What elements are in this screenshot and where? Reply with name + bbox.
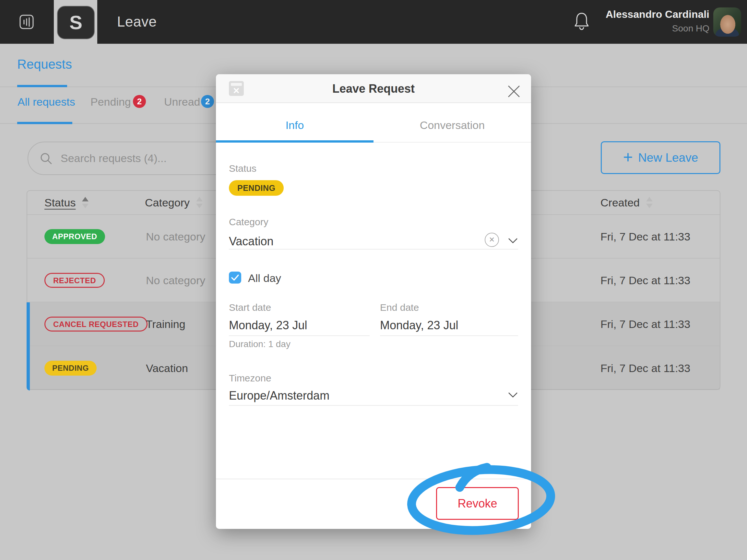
row-category: Vacation xyxy=(146,362,188,374)
status-badge: REJECTED xyxy=(45,273,105,288)
field-underline xyxy=(380,336,518,336)
magnifier-icon xyxy=(40,152,52,165)
plus-icon: + xyxy=(623,149,633,166)
row-category: No category xyxy=(146,230,205,243)
row-created: Fri, 7 Dec at 11:33 xyxy=(600,230,690,243)
tab-unread[interactable]: Unread xyxy=(164,96,200,108)
column-header-created[interactable]: Created xyxy=(600,196,653,209)
placeholder-image-icon: ✕ xyxy=(229,81,244,96)
status-badge: CANCEL REQUESTED xyxy=(45,317,148,331)
menu-bars-icon[interactable] xyxy=(20,15,34,29)
row-created: Fri, 7 Dec at 11:33 xyxy=(600,274,690,287)
avatar[interactable] xyxy=(713,7,741,36)
tab-conversation[interactable]: Conversation xyxy=(374,103,531,142)
field-underline xyxy=(229,405,518,406)
chevron-down-icon[interactable] xyxy=(508,392,518,398)
category-label: Category xyxy=(229,216,268,228)
all-day-label: All day xyxy=(248,272,281,285)
app-logo[interactable]: S xyxy=(57,6,95,39)
all-day-checkbox[interactable] xyxy=(229,272,241,284)
revoke-button[interactable]: Revoke xyxy=(436,487,519,520)
nav-item-requests[interactable]: Requests xyxy=(17,57,72,72)
row-category: Training xyxy=(146,318,185,330)
bell-icon[interactable] xyxy=(574,12,589,31)
timezone-label: Timezone xyxy=(229,373,272,384)
tab-pending[interactable]: Pending xyxy=(91,96,131,108)
tab-all-requests[interactable]: All requests xyxy=(18,96,75,108)
modal-header: Leave Request ✕ xyxy=(216,74,531,103)
unread-count-badge: 2 xyxy=(201,95,214,108)
end-date-label: End date xyxy=(380,302,419,313)
row-category: No category xyxy=(146,274,205,287)
row-created: Fri, 7 Dec at 11:33 xyxy=(600,362,690,374)
search-placeholder: Search requests (4)... xyxy=(61,152,166,165)
nav-active-underline xyxy=(17,85,67,87)
top-bar: S Leave Alessandro Cardinali Soon HQ xyxy=(0,0,747,44)
column-header-status[interactable]: Status xyxy=(45,196,88,209)
screen: S Leave Alessandro Cardinali Soon HQ Req… xyxy=(0,0,747,560)
leave-request-modal: Leave Request ✕ Info Conversation Status… xyxy=(216,74,531,529)
modal-tabs: Info Conversation xyxy=(216,103,531,142)
sort-arrows-status xyxy=(82,197,88,208)
modal-title: Leave Request xyxy=(216,74,531,103)
start-date-label: Start date xyxy=(229,302,271,313)
start-date-input[interactable]: Monday, 23 Jul xyxy=(229,319,307,332)
footer-divider xyxy=(216,479,531,479)
row-created: Fri, 7 Dec at 11:33 xyxy=(600,318,690,330)
new-leave-button[interactable]: + New Leave xyxy=(601,141,720,174)
duration-text: Duration: 1 day xyxy=(229,339,290,349)
logo-letter: S xyxy=(69,11,82,34)
tab-info[interactable]: Info xyxy=(216,103,374,142)
status-label: Status xyxy=(229,163,256,174)
checkmark-icon xyxy=(230,273,240,282)
end-date-input[interactable]: Monday, 23 Jul xyxy=(380,319,458,332)
selected-rows-strip xyxy=(27,302,30,391)
close-icon[interactable] xyxy=(508,85,520,98)
user-team: Soon HQ xyxy=(672,23,710,34)
status-badge: PENDING xyxy=(229,180,284,196)
status-badge: PENDING xyxy=(45,361,97,376)
page-title: Leave xyxy=(117,14,157,30)
pending-count-badge: 2 xyxy=(133,95,146,108)
circle-x-icon[interactable]: ✕ xyxy=(485,233,499,247)
field-underline xyxy=(229,336,369,336)
column-header-category[interactable]: Category xyxy=(145,196,203,209)
sort-arrows-category xyxy=(196,197,203,208)
tab-active-underline xyxy=(216,140,374,142)
subtab-active-underline xyxy=(17,122,72,124)
field-underline xyxy=(229,249,518,249)
chevron-down-icon[interactable] xyxy=(508,238,518,244)
sort-arrows-created xyxy=(646,197,653,208)
user-name: Alessandro Cardinali xyxy=(606,8,710,20)
timezone-select[interactable]: Europe/Amsterdam xyxy=(229,389,329,402)
status-badge: APPROVED xyxy=(45,229,105,244)
category-select[interactable]: Vacation xyxy=(229,235,273,248)
